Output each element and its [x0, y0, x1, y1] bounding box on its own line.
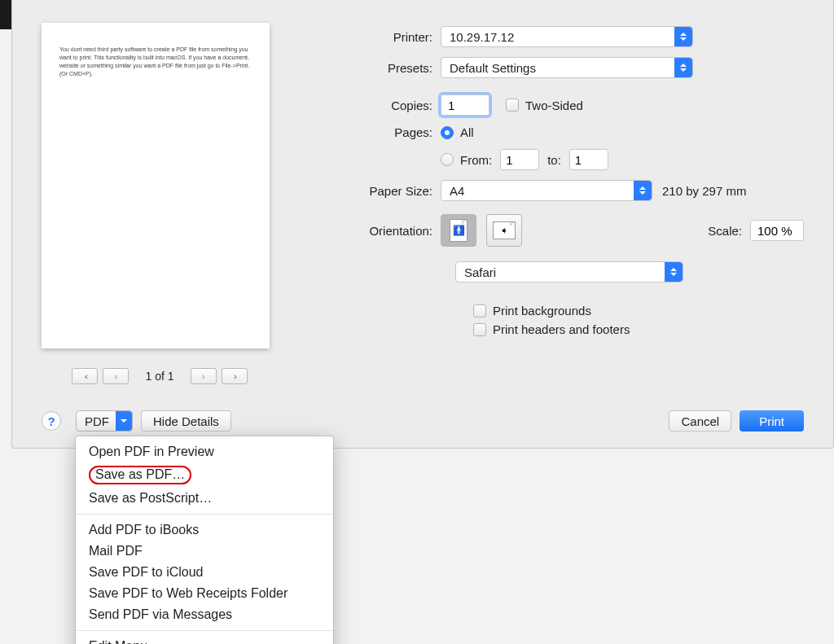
menu-save-pdf-web-receipts[interactable]: Save PDF to Web Receipts Folder — [76, 583, 333, 604]
prev-page-button[interactable]: ‹ — [103, 368, 129, 384]
landscape-icon: ➧ — [493, 221, 516, 239]
app-options-select[interactable]: Safari — [455, 261, 683, 283]
pages-from-radio[interactable] — [441, 153, 454, 166]
pages-label: Pages: — [335, 125, 441, 139]
pager-label: 1 of 1 — [145, 370, 173, 383]
print-button[interactable]: Print — [740, 410, 804, 432]
next-page-button[interactable]: › — [191, 368, 217, 384]
paper-dimensions: 210 by 297 mm — [662, 184, 746, 198]
select-caps-icon — [674, 58, 692, 77]
print-backgrounds-checkbox[interactable] — [473, 304, 486, 318]
preview-text: You dont need third party software to cr… — [59, 46, 249, 77]
page-preview: You dont need third party software to cr… — [42, 23, 270, 348]
printer-select[interactable]: 10.29.17.12 — [441, 26, 693, 47]
presets-label: Presets: — [335, 61, 441, 75]
printer-label: Printer: — [335, 30, 441, 44]
orientation-landscape-button[interactable]: ➧ — [486, 214, 522, 247]
settings-column: Printer: 10.29.17.12 Presets: Default Se… — [335, 23, 804, 384]
menu-save-as-pdf[interactable]: Save as PDF… — [76, 462, 333, 488]
copies-label: Copies: — [335, 99, 441, 112]
cancel-button[interactable]: Cancel — [669, 410, 731, 432]
pages-to-label: to: — [547, 153, 561, 167]
preview-pager: ‹‹ ‹ 1 of 1 › ›› — [42, 368, 278, 384]
menu-save-pdf-icloud[interactable]: Save PDF to iCloud — [76, 562, 333, 583]
pdf-dropdown-button[interactable]: PDF — [76, 410, 133, 432]
menu-mail-pdf[interactable]: Mail PDF — [76, 541, 333, 562]
pages-all-radio[interactable] — [441, 126, 454, 139]
hide-details-button[interactable]: Hide Details — [141, 410, 231, 432]
pages-all-label: All — [460, 125, 474, 139]
select-caps-icon — [674, 27, 692, 46]
first-page-button[interactable]: ‹‹ — [72, 368, 98, 384]
menu-send-pdf-messages[interactable]: Send PDF via Messages — [76, 604, 333, 625]
print-headers-label: Print headers and footers — [493, 322, 630, 336]
pages-from-label: From: — [460, 153, 492, 167]
select-caps-icon — [634, 181, 652, 200]
menu-separator — [76, 514, 333, 515]
dialog-footer: ? PDF Hide Details Cancel Print — [42, 410, 804, 432]
paper-size-value: A4 — [450, 184, 464, 198]
print-dialog: You dont need third party software to cr… — [11, 0, 834, 449]
menu-separator — [76, 630, 333, 631]
chevron-down-icon — [116, 411, 132, 431]
presets-select[interactable]: Default Settings — [441, 57, 693, 78]
orientation-portrait-button[interactable]: 🚹 — [441, 214, 476, 247]
print-headers-checkbox[interactable] — [473, 323, 486, 336]
pages-to-input[interactable] — [569, 149, 608, 170]
pages-from-input[interactable] — [500, 149, 539, 170]
pdf-dropdown-menu: Open PDF in Preview Save as PDF… Save as… — [75, 436, 334, 644]
two-sided-label: Two-Sided — [525, 99, 583, 112]
menu-add-pdf-ibooks[interactable]: Add PDF to iBooks — [76, 519, 333, 541]
presets-value: Default Settings — [450, 61, 536, 75]
two-sided-checkbox[interactable] — [506, 99, 519, 112]
pdf-button-label: PDF — [85, 414, 109, 428]
paper-size-select[interactable]: A4 — [441, 180, 652, 201]
paper-size-label: Paper Size: — [335, 184, 441, 198]
scale-label: Scale: — [708, 224, 742, 238]
orientation-label: Orientation: — [335, 224, 441, 238]
copies-input[interactable] — [441, 94, 489, 116]
menu-edit-menu[interactable]: Edit Menu… — [76, 636, 333, 644]
menu-open-pdf-preview[interactable]: Open PDF in Preview — [76, 441, 333, 462]
app-options-value: Safari — [464, 265, 496, 279]
print-backgrounds-label: Print backgrounds — [493, 304, 591, 318]
printer-value: 10.29.17.12 — [450, 30, 514, 44]
menu-save-as-postscript[interactable]: Save as PostScript… — [76, 488, 333, 509]
portrait-icon: 🚹 — [450, 219, 467, 242]
select-caps-icon — [665, 262, 683, 282]
save-as-pdf-highlight: Save as PDF… — [89, 466, 191, 484]
last-page-button[interactable]: ›› — [222, 368, 248, 384]
help-button[interactable]: ? — [42, 411, 61, 431]
scale-input[interactable] — [750, 220, 804, 241]
preview-column: You dont need third party software to cr… — [42, 23, 278, 384]
